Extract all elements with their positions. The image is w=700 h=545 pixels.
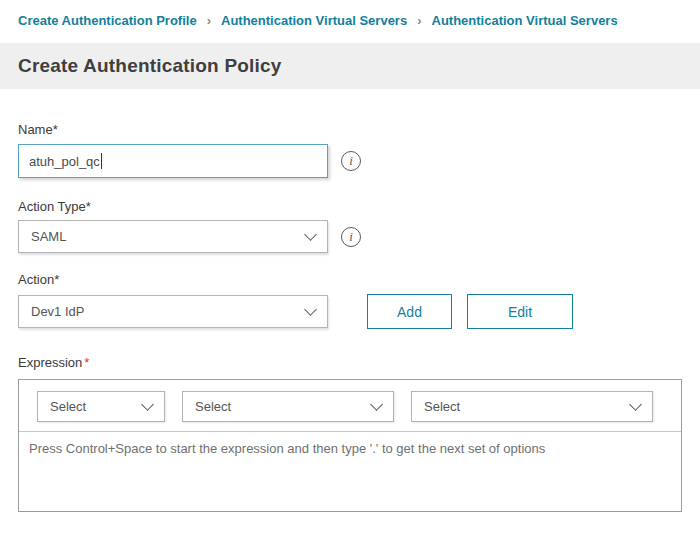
expression-select-1-value: Select <box>50 399 86 414</box>
action-select[interactable]: Dev1 IdP <box>18 295 328 328</box>
name-input[interactable]: atuh_pol_qc <box>18 144 328 178</box>
expression-select-3-value: Select <box>424 399 460 414</box>
page-title: Create Authentication Policy <box>18 55 282 77</box>
expression-label-text: Expression <box>18 355 82 370</box>
chevron-down-icon <box>370 398 383 411</box>
breadcrumb-separator-icon: › <box>417 13 421 28</box>
name-input-value: atuh_pol_qc <box>29 154 100 169</box>
expression-select-2[interactable]: Select <box>182 391 394 422</box>
name-label: Name* <box>18 122 682 137</box>
chevron-down-icon <box>304 228 317 241</box>
breadcrumb-create-authentication-profile[interactable]: Create Authentication Profile <box>18 13 197 28</box>
chevron-down-icon <box>629 398 642 411</box>
expression-editor: Select Select Select Press Control+Space… <box>18 379 682 512</box>
action-type-label: Action Type* <box>18 199 682 214</box>
chevron-down-icon <box>141 398 154 411</box>
expression-label: Expression* <box>18 355 682 370</box>
action-type-selected-value: SAML <box>31 229 66 244</box>
breadcrumb: Create Authentication Profile › Authenti… <box>0 0 700 28</box>
breadcrumb-separator-icon: › <box>207 13 211 28</box>
breadcrumb-authentication-virtual-servers[interactable]: Authentication Virtual Servers <box>221 13 407 28</box>
action-type-info-icon[interactable]: i <box>341 227 361 247</box>
action-label: Action* <box>18 272 682 287</box>
expression-text-input[interactable]: Press Control+Space to start the express… <box>19 431 681 511</box>
text-caret <box>101 153 102 169</box>
expression-select-row: Select Select Select <box>19 380 681 431</box>
expression-select-2-value: Select <box>195 399 231 414</box>
chevron-down-icon <box>304 303 317 316</box>
breadcrumb-authentication-virtual-servers-2[interactable]: Authentication Virtual Servers <box>432 13 618 28</box>
required-asterisk: * <box>84 355 89 370</box>
expression-select-3[interactable]: Select <box>411 391 653 422</box>
action-selected-value: Dev1 IdP <box>31 304 84 319</box>
page-header: Create Authentication Policy <box>0 43 700 89</box>
add-button[interactable]: Add <box>367 294 452 329</box>
edit-button[interactable]: Edit <box>467 294 573 329</box>
expression-select-1[interactable]: Select <box>37 391 165 422</box>
action-type-select[interactable]: SAML <box>18 220 328 253</box>
name-info-icon[interactable]: i <box>341 151 361 171</box>
expression-placeholder: Press Control+Space to start the express… <box>29 441 545 456</box>
create-authentication-policy-form: Name* atuh_pol_qc i Action Type* SAML i … <box>0 122 700 512</box>
